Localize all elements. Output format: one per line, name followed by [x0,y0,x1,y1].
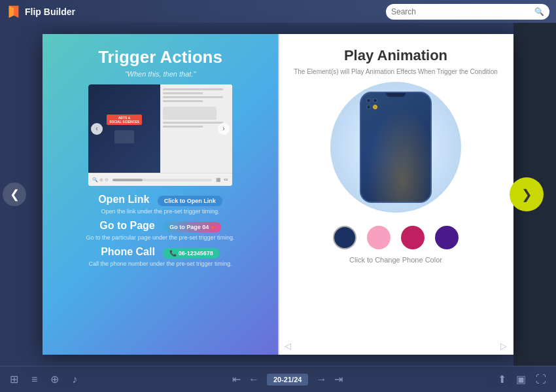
last-page-button[interactable]: ⇥ [334,373,343,385]
share-icon[interactable]: ⬆ [498,373,506,385]
page-indicator[interactable]: 20-21/24 [267,374,308,385]
nav-right-button[interactable]: ❯ [510,177,544,211]
mini-prev-button[interactable]: ‹ [91,123,103,135]
color-swatch-rose[interactable] [401,226,425,249]
color-swatch-pink[interactable] [367,226,391,249]
prev-page-button[interactable]: ← [249,374,259,385]
phone-call-title: Phone Call 📞 06-12345678 [52,246,268,258]
mini-text-line [163,122,223,124]
logo-icon [7,5,21,19]
logo-area: Flip Builder [7,5,75,19]
book-spread: Trigger Actions "When this, then that." … [43,34,513,355]
goto-page-desc: Go to the particular page under the pre-… [52,234,268,241]
book-spine [278,34,279,355]
mini-text-line [163,96,223,98]
page-corner-right[interactable]: ▷ [500,341,507,351]
right-page: Play Animation The Element(s) will Play … [278,34,513,355]
action-row-phone-call: Phone Call 📞 06-12345678 Call the phone … [52,246,268,267]
goto-page-title: Go to Page Go to Page 04 ● [52,220,268,232]
bottom-center-nav: ⇤ ← 20-21/24 → ⇥ [232,373,343,385]
phone-vol-button [360,116,361,125]
next-page-button[interactable]: → [316,374,326,385]
mini-text-line [163,88,223,90]
goto-page-button[interactable]: Go to Page 04 ● [163,222,220,232]
open-link-desc: Open the link under the pre-set trigger … [52,208,268,215]
phone-vol-button2 [360,129,361,138]
main-content: ❮ Trigger Actions "When this, then that.… [0,23,556,366]
header: Flip Builder 🔍 [0,0,556,23]
action-row-goto-page: Go to Page Go to Page 04 ● Go to the par… [52,220,268,241]
mini-toolbar-icons: ▦⇔ [216,177,228,183]
search-bar[interactable]: 🔍 [386,4,549,20]
mini-text-line [163,92,203,94]
bottom-right-icons: ⬆ ▣ ⛶ [498,373,546,385]
mini-book-content: ARTS &SOCIAL SCIENCES ‹ › [88,84,232,173]
page-corner-left[interactable]: ◁ [285,341,291,351]
action-row-open-link: Open Link Click to Open Link Open the li… [52,194,268,215]
mini-next-button[interactable]: › [218,123,230,135]
mini-text-line [163,100,203,102]
phone-side-button [430,119,432,132]
color-swatches [333,226,459,249]
left-arrow-icon: ❮ [10,187,20,202]
left-page-title: Trigger Actions [98,47,222,67]
phone-screen-glow [361,93,430,202]
fullscreen-icon[interactable]: ⛶ [536,374,546,385]
first-page-button[interactable]: ⇤ [232,373,241,385]
color-swatch-purple[interactable] [435,226,459,249]
mini-book-badge: ARTS &SOCIAL SCIENCES [107,115,142,125]
open-link-title: Open Link Click to Open Link [52,194,268,206]
mini-text-line [163,126,203,128]
grid-view-icon[interactable]: ⊞ [10,373,18,385]
phone-call-button[interactable]: 📞 06-12345678 [163,248,220,258]
search-icon[interactable]: 🔍 [534,7,544,16]
right-arrow-icon: ❯ [521,187,532,202]
logo-text: Flip Builder [25,7,75,17]
mini-book-viewer: ARTS &SOCIAL SCIENCES ‹ › [88,84,232,186]
search-input[interactable] [391,7,534,16]
right-page-title: Play Animation [344,47,447,64]
mini-viewer-toolbar: 🔍 ⊕ ⊖ ▦⇔ [88,173,232,186]
color-caption: Click to Change Phone Color [349,256,442,264]
open-link-button[interactable]: Click to Open Link [158,196,222,206]
left-page: Trigger Actions "When this, then that." … [43,34,278,355]
right-page-desc: The Element(s) will Play Animation Effec… [294,68,498,75]
phone-mockup [360,92,432,203]
left-page-subtitle: "When this, then that." [125,70,196,78]
audio-icon[interactable]: ♪ [72,374,77,385]
color-swatch-navy[interactable] [333,226,356,249]
bottom-toolbar: ⊞ ≡ ⊕ ♪ ⇤ ← 20-21/24 → ⇥ ⬆ ▣ ⛶ [0,366,556,392]
phone-circle-bg [330,82,461,213]
bottom-left-icons: ⊞ ≡ ⊕ ♪ [10,373,77,385]
phone-call-desc: Call the phone number under the pre-set … [52,260,268,267]
nav-left-button[interactable]: ❮ [3,183,26,206]
list-view-icon[interactable]: ≡ [31,374,37,385]
phone-body [360,92,432,203]
screen-icon[interactable]: ▣ [516,373,526,385]
zoom-icon[interactable]: ⊕ [50,373,59,385]
